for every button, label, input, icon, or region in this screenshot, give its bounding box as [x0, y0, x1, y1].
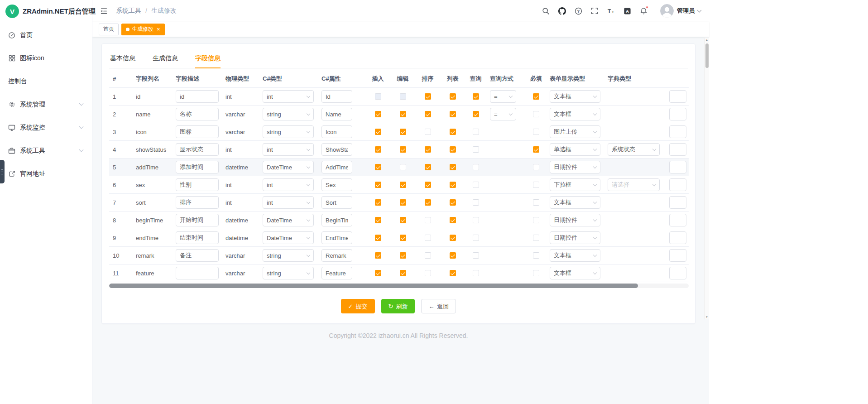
cell-extra-input[interactable] [669, 249, 686, 262]
cell-html_type-select[interactable]: 图片上传 [550, 125, 600, 138]
cell-extra-input[interactable] [669, 125, 686, 138]
cell-required-checkbox[interactable] [533, 217, 539, 223]
cell-cs_type-select[interactable]: string [263, 125, 314, 138]
cell-required-checkbox[interactable] [533, 129, 539, 135]
cell-edit-checkbox[interactable] [400, 93, 406, 100]
cell-cs_prop-input[interactable] [321, 178, 352, 191]
search-button[interactable] [539, 3, 552, 19]
cell-cs_prop-input[interactable] [321, 108, 352, 120]
cell-cs_prop-input[interactable] [321, 267, 352, 279]
cell-query-checkbox[interactable] [473, 164, 479, 170]
cell-sort-checkbox[interactable] [425, 252, 431, 259]
cell-cs_prop-input[interactable] [321, 249, 352, 262]
cell-sort-checkbox[interactable] [425, 164, 431, 170]
horizontal-scrollbar-thumb[interactable] [109, 284, 638, 288]
cell-desc-input[interactable] [176, 231, 219, 244]
cell-insert-checkbox[interactable] [375, 164, 381, 170]
cell-required-checkbox[interactable] [533, 182, 539, 188]
cell-desc-input[interactable] [176, 267, 219, 279]
cell-cs_type-select[interactable]: int [263, 178, 314, 191]
cell-query-checkbox[interactable] [473, 199, 479, 206]
cell-dict-select[interactable]: 请选择 [608, 178, 660, 191]
cell-cs_prop-input[interactable] [321, 231, 352, 244]
cell-html_type-select[interactable]: 日期控件 [550, 214, 600, 226]
settings-drawer-handle[interactable] [0, 160, 5, 183]
cell-list-checkbox[interactable] [450, 199, 456, 206]
cell-cs_type-select[interactable]: DateTime [263, 231, 314, 244]
card-tab-0[interactable]: 基本信息 [110, 49, 135, 68]
cell-insert-checkbox[interactable] [375, 129, 381, 135]
cell-extra-input[interactable] [669, 90, 686, 103]
cell-html_type-select[interactable]: 文本框 [550, 267, 600, 279]
cell-html_type-select[interactable]: 文本框 [550, 90, 600, 103]
cell-query-checkbox[interactable] [473, 93, 479, 100]
cell-edit-checkbox[interactable] [400, 129, 406, 135]
cell-list-checkbox[interactable] [450, 164, 456, 170]
user-menu[interactable]: 管理员 [660, 4, 703, 18]
cell-sort-checkbox[interactable] [425, 182, 431, 188]
cell-list-checkbox[interactable] [450, 235, 456, 241]
cell-extra-input[interactable] [669, 143, 686, 156]
cell-extra-input[interactable] [669, 161, 686, 173]
help-button[interactable]: ? [571, 3, 585, 19]
cell-required-checkbox[interactable] [533, 199, 539, 206]
cell-html_type-select[interactable]: 文本框 [550, 108, 600, 120]
back-button[interactable]: ← 返回 [421, 299, 456, 313]
cell-list-checkbox[interactable] [450, 146, 456, 153]
cell-edit-checkbox[interactable] [400, 164, 406, 170]
cell-edit-checkbox[interactable] [400, 111, 406, 117]
cell-cs_type-select[interactable]: int [263, 196, 314, 209]
cell-edit-checkbox[interactable] [400, 235, 406, 241]
cell-dict-select[interactable]: 系统状态 [608, 143, 660, 156]
cell-edit-checkbox[interactable] [400, 146, 406, 153]
cell-query-checkbox[interactable] [473, 182, 479, 188]
cell-insert-checkbox[interactable] [375, 235, 381, 241]
refresh-button[interactable]: ↻ 刷新 [381, 299, 415, 313]
cell-required-checkbox[interactable] [533, 270, 539, 276]
cell-required-checkbox[interactable] [533, 111, 539, 117]
cell-list-checkbox[interactable] [450, 129, 456, 135]
sidebar-item-console[interactable]: 控制台 [0, 70, 92, 93]
cell-cs_prop-input[interactable] [321, 214, 352, 226]
cell-required-checkbox[interactable] [533, 164, 539, 170]
scroll-down-icon[interactable]: ▼ [705, 316, 709, 318]
horizontal-scrollbar[interactable] [109, 284, 689, 288]
cell-list-checkbox[interactable] [450, 252, 456, 259]
cell-query-checkbox[interactable] [473, 146, 479, 153]
sidebar-item-icons[interactable]: 图标icon [0, 47, 92, 70]
cell-list-checkbox[interactable] [450, 182, 456, 188]
scroll-up-icon[interactable]: ▲ [705, 38, 709, 41]
cell-desc-input[interactable] [176, 125, 219, 138]
cell-html_type-select[interactable]: 文本框 [550, 196, 600, 209]
vertical-scrollbar-thumb[interactable] [705, 43, 709, 68]
cell-cs_prop-input[interactable] [321, 90, 352, 103]
cell-html_type-select[interactable]: 日期控件 [550, 231, 600, 244]
cell-query-checkbox[interactable] [473, 111, 479, 117]
cell-extra-input[interactable] [669, 196, 686, 209]
cell-extra-input[interactable] [669, 108, 686, 120]
cell-sort-checkbox[interactable] [425, 217, 431, 223]
cell-list-checkbox[interactable] [450, 270, 456, 276]
cell-cs_type-select[interactable]: string [263, 249, 314, 262]
cell-cs_prop-input[interactable] [321, 143, 352, 156]
cell-desc-input[interactable] [176, 161, 219, 173]
sidebar-item-system-manage[interactable]: 系统管理 [0, 93, 92, 116]
cell-extra-input[interactable] [669, 267, 686, 279]
card-tab-1[interactable]: 生成信息 [153, 49, 178, 68]
cell-desc-input[interactable] [176, 249, 219, 262]
app-logo[interactable]: V ZRAdmin.NET后台管理 [0, 0, 92, 23]
cell-sort-checkbox[interactable] [425, 93, 431, 100]
cell-sort-checkbox[interactable] [425, 146, 431, 153]
tag-item-0[interactable]: 首页 [99, 24, 119, 35]
cell-html_type-select[interactable]: 下拉框 [550, 178, 600, 191]
cell-edit-checkbox[interactable] [400, 199, 406, 206]
breadcrumb-item[interactable]: 系统工具 [116, 7, 141, 15]
github-button[interactable] [555, 3, 569, 19]
cell-desc-input[interactable] [176, 196, 219, 209]
cell-cs_type-select[interactable]: int [263, 90, 314, 103]
cell-insert-checkbox[interactable] [375, 111, 381, 117]
cell-extra-input[interactable] [669, 178, 686, 191]
cell-insert-checkbox[interactable] [375, 199, 381, 206]
cell-insert-checkbox[interactable] [375, 146, 381, 153]
sidebar-item-system-monitor[interactable]: 系统监控 [0, 116, 92, 139]
